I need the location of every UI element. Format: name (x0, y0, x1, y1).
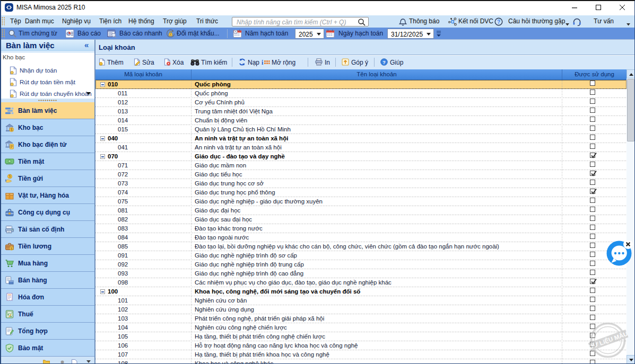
svg-text:$: $ (11, 128, 13, 131)
svg-text:$: $ (9, 174, 11, 178)
svg-text:i: i (262, 59, 264, 66)
svg-text:?: ? (382, 59, 386, 65)
svg-text:?: ? (497, 19, 500, 25)
